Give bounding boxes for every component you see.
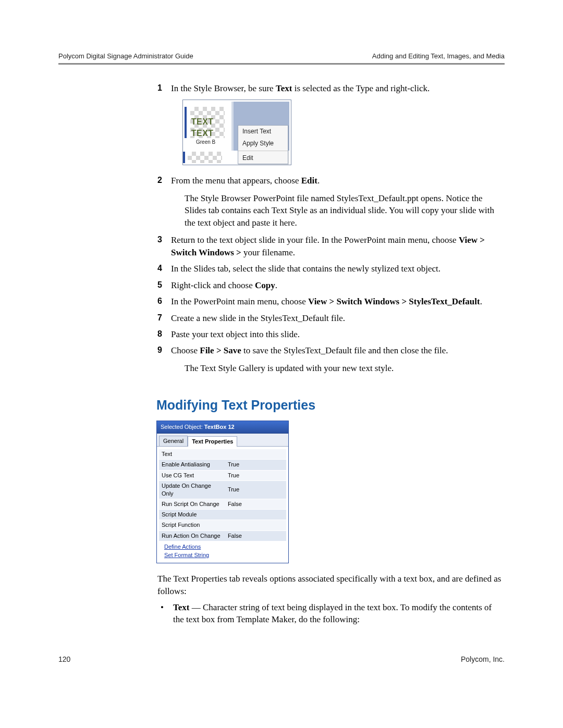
table-row: Script Module <box>159 510 286 520</box>
table-row: Script Function <box>159 520 286 530</box>
table-row: Run Script On ChangeFalse <box>159 499 286 510</box>
selected-object-label: Selected Object: <box>161 424 203 430</box>
menu-separator <box>238 151 288 151</box>
step-7: 7 Create a new slide in the StylesText_D… <box>157 312 505 324</box>
step-2-num: 2 <box>157 175 162 186</box>
prop-val[interactable] <box>225 510 286 520</box>
step-6: 6 In the PowerPoint main menu, choose Vi… <box>157 295 505 307</box>
prop-key: Text <box>159 449 225 460</box>
text-properties-panel: Selected Object: TextBox 12 General Text… <box>156 421 289 563</box>
step-3: 3 Return to the text object slide in you… <box>157 234 505 258</box>
panel-links: Define Actions Set Format String <box>157 541 288 563</box>
step-5-text: Right-click and choose Copy. <box>171 280 277 290</box>
style-swatch-text: TEXT TEXT <box>191 116 225 139</box>
bullet-list: Text — Character string of text being di… <box>157 601 505 626</box>
step-8-text: Paste your text object into this slide. <box>171 329 300 339</box>
style-swatch-caption: Green B <box>185 139 231 146</box>
table-row: Update On Change OnlyTrue <box>159 480 286 499</box>
post-panel-text: The Text Properties tab reveals options … <box>157 573 505 597</box>
step-6-text: In the PowerPoint main menu, choose View… <box>171 297 482 306</box>
figure-context-menu: TEXT TEXT Green B Insert Text Apply Styl… <box>182 100 291 165</box>
footer-company: Polycom, Inc. <box>461 655 505 663</box>
prop-val[interactable]: False <box>225 530 286 541</box>
selection-bar-icon <box>185 107 187 138</box>
style-swatch-partial <box>188 152 222 163</box>
step-9: 9 Choose File > Save to save the StylesT… <box>157 344 505 374</box>
section-heading: Modifying Text Properties <box>156 396 505 414</box>
tab-general[interactable]: General <box>159 436 188 446</box>
step-1-text: In the Style Browser, be sure Text is se… <box>171 83 430 93</box>
step-6-num: 6 <box>157 295 162 307</box>
step-4-num: 4 <box>157 263 162 274</box>
table-row: Use CG TextTrue <box>159 470 286 480</box>
menu-item-edit[interactable]: Edit <box>238 152 288 164</box>
step-1-num: 1 <box>157 82 162 94</box>
prop-key: Enable Antialiasing <box>159 460 225 470</box>
panel-header: Selected Object: TextBox 12 <box>157 421 288 434</box>
step-7-text: Create a new slide in the StylesText_Def… <box>171 313 345 323</box>
prop-key: Update On Change Only <box>159 480 225 499</box>
step-1: 1 In the Style Browser, be sure Text is … <box>157 82 505 165</box>
table-row: Run Action On ChangeFalse <box>159 530 286 541</box>
menu-item-apply-style[interactable]: Apply Style <box>238 138 288 150</box>
tab-text-properties[interactable]: Text Properties <box>188 436 237 447</box>
prop-key: Script Module <box>159 510 225 520</box>
step-2-text: From the menu that appears, choose Edit. <box>171 176 320 186</box>
step-7-num: 7 <box>157 312 162 324</box>
step-3-text: Return to the text object slide in your … <box>171 235 485 257</box>
step-9-after: The Text Style Gallery is updated with y… <box>185 362 505 374</box>
panel-tabs: General Text Properties <box>157 434 288 447</box>
step-5: 5 Right-click and choose Copy. <box>157 279 505 291</box>
style-swatch[interactable]: TEXT TEXT <box>190 107 225 138</box>
prop-val[interactable] <box>225 449 286 460</box>
prop-val[interactable] <box>225 520 286 530</box>
step-3-num: 3 <box>157 234 162 245</box>
table-row: Enable AntialiasingTrue <box>159 460 286 470</box>
header-left: Polycom Digital Signage Administrator Gu… <box>58 52 193 60</box>
step-2: 2 From the menu that appears, choose Edi… <box>157 175 505 229</box>
bullet-text: Text — Character string of text being di… <box>173 602 492 624</box>
context-menu: Insert Text Apply Style Edit <box>238 125 288 164</box>
step-5-num: 5 <box>157 279 162 291</box>
step-4-text: In the Slides tab, select the slide that… <box>171 264 440 274</box>
selected-object-value: TextBox 12 <box>204 424 235 430</box>
prop-val[interactable]: True <box>225 480 286 499</box>
step-2-after: The Style Browser PowerPoint file named … <box>185 192 505 229</box>
link-define-actions[interactable]: Define Actions <box>164 543 285 551</box>
prop-key: Use CG Text <box>159 470 225 480</box>
step-4: 4 In the Slides tab, select the slide th… <box>157 263 505 275</box>
steps-list: 1 In the Style Browser, be sure Text is … <box>157 82 505 374</box>
step-8: 8 Paste your text object into this slide… <box>157 328 505 340</box>
prop-key: Run Action On Change <box>159 530 225 541</box>
prop-val[interactable]: True <box>225 470 286 480</box>
header-right: Adding and Editing Text, Images, and Med… <box>372 52 505 60</box>
prop-key: Script Function <box>159 520 225 530</box>
bullet-item: Text — Character string of text being di… <box>157 601 505 626</box>
step-9-num: 9 <box>157 344 162 356</box>
step-9-text: Choose File > Save to save the StylesTex… <box>171 346 448 355</box>
properties-table: Text Enable AntialiasingTrue Use CG Text… <box>159 449 286 541</box>
menu-item-insert-text[interactable]: Insert Text <box>238 126 288 138</box>
selection-bar-icon-2 <box>183 152 185 163</box>
step-8-num: 8 <box>157 328 162 340</box>
prop-key: Run Script On Change <box>159 499 225 510</box>
prop-val[interactable]: False <box>225 499 286 510</box>
table-row: Text <box>159 449 286 460</box>
prop-val[interactable]: True <box>225 460 286 470</box>
header-rule <box>58 63 505 65</box>
link-set-format-string[interactable]: Set Format String <box>164 551 285 559</box>
page-number: 120 <box>58 655 70 663</box>
